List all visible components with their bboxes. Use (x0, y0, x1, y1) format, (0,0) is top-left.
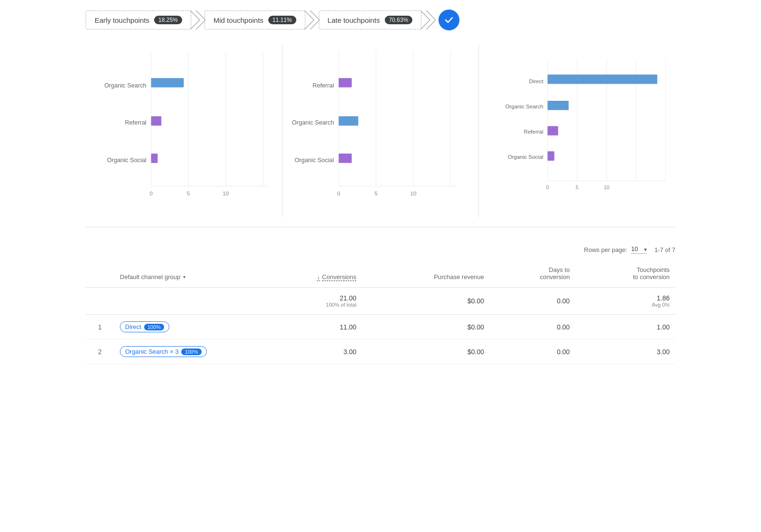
row-1-conversions: 11.00 (257, 315, 362, 339)
chart-late: Direct Organic Search Referral Organic S… (479, 45, 675, 217)
svg-text:Organic Search: Organic Search (104, 82, 146, 89)
svg-text:0: 0 (546, 184, 549, 190)
total-row: 21.00 100% of total $0.00 0.00 1.86 Avg … (86, 288, 675, 315)
arrow-3 (420, 10, 436, 30)
touchpoint-early-badge: 18.25% (154, 16, 182, 24)
checkmark-button[interactable] (439, 10, 459, 30)
total-index (86, 288, 114, 315)
arrow-1 (190, 10, 205, 30)
touchpoints-to-label: Touchpointsto conversion (633, 266, 670, 281)
rows-select-wrapper[interactable]: 10 25 50 (631, 245, 647, 254)
svg-text:Referral: Referral (312, 82, 334, 89)
svg-text:5: 5 (187, 190, 190, 196)
touchpoint-mid-badge: 11.11% (268, 16, 296, 24)
data-table: Default channel group ▾ ↓Conversions Pur… (86, 260, 675, 364)
svg-text:Referral: Referral (125, 119, 146, 126)
channel-dropdown-arrow: ▾ (183, 274, 185, 280)
row-1-touchpoints: 1.00 (576, 315, 675, 339)
svg-text:Organic Search: Organic Search (506, 104, 544, 109)
svg-text:10: 10 (410, 190, 417, 196)
chart-early: Organic Search Referral Organic Social 0… (86, 45, 283, 217)
total-conversions: 21.00 100% of total (257, 288, 362, 315)
row-1-channel: Direct 100% (114, 315, 257, 339)
total-days: 0.00 (490, 288, 576, 315)
header-channel[interactable]: Default channel group ▾ (114, 260, 257, 288)
row-2-conversions: 3.00 (257, 339, 362, 364)
svg-text:10: 10 (223, 190, 229, 196)
table-section: Rows per page: 10 25 50 1-7 of 7 (86, 242, 675, 364)
svg-rect-7 (151, 116, 162, 126)
row-2-index: 2 (86, 339, 114, 364)
rows-per-page-select[interactable]: 10 25 50 (631, 245, 647, 254)
svg-text:0: 0 (149, 190, 153, 196)
svg-text:Organic Social: Organic Social (107, 156, 146, 164)
arrow-2 (304, 10, 320, 30)
svg-rect-38 (548, 126, 558, 135)
table-row: 2 Organic Search × 3 100% 3.00 $0.00 0.0… (86, 339, 675, 364)
svg-rect-23 (339, 154, 351, 163)
channel-pct-direct: 100% (144, 324, 164, 330)
svg-rect-36 (548, 101, 569, 110)
touchpoint-mid[interactable]: Mid touchpoints 11.11% (205, 10, 305, 29)
svg-rect-21 (339, 116, 358, 126)
rows-per-page-control: Rows per page: 10 25 50 (584, 245, 647, 254)
svg-text:Organic Social: Organic Social (294, 156, 334, 164)
touchpoint-early[interactable]: Early touchpoints 18.25% (86, 10, 191, 29)
row-2-touchpoints: 3.00 (576, 339, 675, 364)
channel-tag-direct[interactable]: Direct 100% (120, 321, 169, 332)
touchpoint-late-label: Late touchpoints (328, 16, 380, 24)
svg-rect-40 (548, 151, 555, 161)
table-header-row: Default channel group ▾ ↓Conversions Pur… (86, 260, 675, 288)
touchpoint-mid-label: Mid touchpoints (214, 16, 263, 24)
row-2-revenue: $0.00 (362, 339, 489, 364)
row-2-channel: Organic Search × 3 100% (114, 339, 257, 364)
total-touchpoints: 1.86 Avg 0% (576, 288, 675, 315)
svg-text:10: 10 (604, 184, 610, 190)
header-conversions[interactable]: ↓Conversions (257, 260, 362, 288)
sort-down-icon: ↓ (317, 273, 321, 281)
svg-rect-5 (151, 78, 184, 87)
row-1-revenue: $0.00 (362, 315, 489, 339)
svg-rect-34 (548, 75, 658, 84)
touchpoint-early-label: Early touchpoints (95, 16, 149, 24)
row-2-days: 0.00 (490, 339, 576, 364)
svg-text:Organic Search: Organic Search (292, 119, 334, 126)
row-1-index: 1 (86, 315, 114, 339)
chart-mid: Referral Organic Search Organic Social 0… (283, 45, 479, 217)
row-1-days: 0.00 (490, 315, 576, 339)
channel-pct-organic-search: 100% (181, 348, 201, 355)
header-index (86, 260, 114, 288)
svg-rect-9 (151, 154, 158, 163)
total-revenue: $0.00 (362, 288, 489, 315)
pagination-label: 1-7 of 7 (654, 246, 675, 253)
table-controls: Rows per page: 10 25 50 1-7 of 7 (86, 242, 675, 260)
channel-name-direct: Direct (125, 323, 141, 330)
channel-name-organic-search: Organic Search × 3 (125, 348, 178, 355)
total-channel (114, 288, 257, 315)
touchpoints-header: Early touchpoints 18.25% Mid touchpoints… (86, 10, 675, 30)
charts-area: Organic Search Referral Organic Social 0… (86, 45, 675, 227)
svg-rect-19 (339, 78, 351, 87)
svg-text:Organic Social: Organic Social (508, 154, 544, 160)
header-revenue: Purchase revenue (362, 260, 489, 288)
svg-text:5: 5 (374, 190, 378, 196)
svg-text:5: 5 (576, 184, 579, 190)
header-touchpoints: Touchpointsto conversion (576, 260, 675, 288)
header-days: Days toconversion (490, 260, 576, 288)
svg-text:0: 0 (337, 190, 340, 196)
rows-per-page-label: Rows per page: (584, 246, 627, 253)
svg-text:Direct: Direct (529, 78, 544, 84)
touchpoint-late[interactable]: Late touchpoints 70.63% (319, 10, 422, 29)
channel-tag-organic-search[interactable]: Organic Search × 3 100% (120, 346, 207, 357)
table-row: 1 Direct 100% 11.00 $0.00 0.00 1.00 (86, 315, 675, 339)
days-to-label: Days toconversion (540, 266, 570, 281)
svg-text:Referral: Referral (524, 129, 544, 135)
touchpoint-late-badge: 70.63% (385, 16, 413, 24)
